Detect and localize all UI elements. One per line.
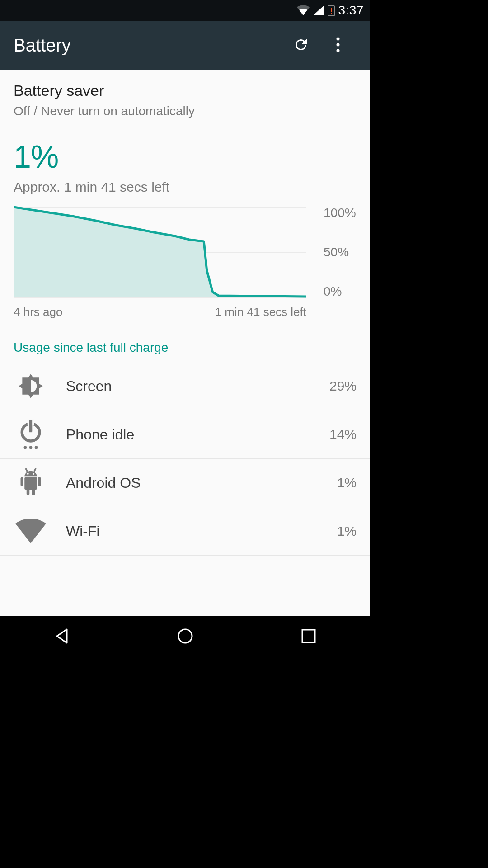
home-button[interactable] (149, 623, 221, 651)
svg-rect-13 (29, 420, 32, 431)
svg-point-6 (337, 49, 340, 52)
svg-rect-3 (331, 13, 332, 14)
usage-label: Android OS (66, 475, 337, 491)
svg-rect-18 (21, 477, 24, 486)
usage-row-wi-fi[interactable]: Wi-Fi1% (0, 507, 370, 556)
usage-label: Screen (66, 378, 329, 395)
wifi-icon (14, 514, 48, 548)
home-icon (177, 627, 194, 646)
recents-button[interactable] (272, 623, 345, 651)
recents-icon (301, 628, 316, 646)
brightness-icon (14, 369, 48, 403)
svg-point-26 (178, 629, 192, 643)
battery-percent: 1% (14, 139, 357, 175)
wifi-status-icon (297, 5, 310, 15)
svg-point-14 (24, 446, 27, 449)
svg-line-22 (26, 468, 28, 472)
battery-estimate: Approx. 1 min 41 secs left (14, 179, 357, 195)
battery-graph-block[interactable]: 1% Approx. 1 min 41 secs left 100% 50% 0… (0, 132, 370, 330)
power-idle-icon (14, 417, 48, 452)
svg-rect-19 (38, 477, 41, 486)
usage-row-screen[interactable]: Screen29% (0, 362, 370, 410)
more-vert-icon (336, 37, 340, 55)
chart-ylabel-100: 100% (324, 206, 357, 220)
chart-ylabel-0: 0% (324, 284, 357, 299)
usage-row-android-os[interactable]: Android OS1% (0, 459, 370, 507)
back-icon (53, 627, 70, 646)
svg-point-15 (29, 446, 33, 449)
content-area: Battery saver Off / Never turn on automa… (0, 70, 370, 616)
chart-x-labels: 4 hrs ago 1 min 41 secs left (14, 305, 306, 319)
chart-ylabel-50: 50% (324, 245, 357, 259)
battery-critical-icon (328, 5, 335, 16)
svg-rect-21 (32, 489, 35, 495)
usage-label: Phone idle (66, 426, 329, 443)
svg-rect-20 (27, 489, 30, 495)
svg-rect-2 (331, 8, 332, 12)
status-clock: 3:37 (338, 3, 364, 18)
usage-label: Wi-Fi (66, 523, 337, 540)
cell-signal-icon (313, 5, 324, 15)
svg-point-5 (337, 43, 340, 46)
battery-saver-subtitle: Off / Never turn on automatically (14, 104, 357, 118)
battery-chart: 100% 50% 0% (14, 206, 357, 299)
usage-pct: 14% (329, 427, 357, 442)
screen: 3:37 Battery Battery saver Off / Never t… (0, 0, 370, 658)
svg-rect-17 (24, 477, 37, 490)
usage-header: Usage since last full charge (0, 330, 370, 362)
chart-y-labels: 100% 50% 0% (306, 206, 357, 299)
svg-point-4 (337, 37, 340, 40)
battery-saver-title: Battery saver (14, 82, 357, 99)
usage-pct: 1% (337, 524, 357, 539)
overflow-menu-button[interactable] (319, 21, 357, 70)
chart-xlabel-left: 4 hrs ago (14, 305, 62, 319)
svg-point-24 (27, 473, 29, 475)
status-bar: 3:37 (0, 0, 370, 21)
svg-line-23 (34, 468, 36, 472)
back-button[interactable] (26, 623, 98, 651)
chart-xlabel-right: 1 min 41 secs left (215, 305, 306, 319)
navigation-bar (0, 616, 370, 658)
app-bar: Battery (0, 21, 370, 70)
svg-rect-27 (302, 630, 315, 642)
page-title: Battery (14, 35, 282, 56)
android-icon (14, 466, 48, 500)
battery-saver-item[interactable]: Battery saver Off / Never turn on automa… (0, 70, 370, 132)
usage-row-phone-idle[interactable]: Phone idle14% (0, 410, 370, 459)
usage-list: Screen29%Phone idle14%Android OS1%Wi-Fi1… (0, 362, 370, 556)
usage-pct: 29% (329, 378, 357, 394)
svg-point-16 (35, 446, 38, 449)
svg-point-25 (33, 473, 34, 475)
refresh-icon (293, 37, 309, 55)
usage-pct: 1% (337, 475, 357, 491)
battery-chart-svg (14, 206, 306, 299)
refresh-button[interactable] (282, 21, 319, 70)
